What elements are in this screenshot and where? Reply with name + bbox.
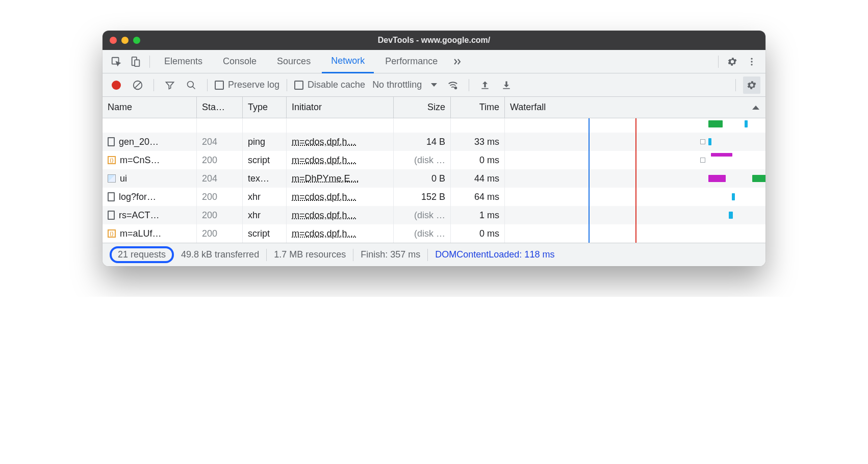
cell-waterfall bbox=[505, 151, 765, 169]
col-time[interactable]: Time bbox=[451, 97, 505, 118]
tab-performance[interactable]: Performance bbox=[376, 50, 447, 73]
load-marker bbox=[635, 188, 636, 206]
cell-time: 1 ms bbox=[451, 206, 505, 224]
load-marker bbox=[635, 169, 636, 188]
inspect-element-icon[interactable] bbox=[108, 53, 125, 70]
status-resources: 1.7 MB resources bbox=[267, 249, 353, 260]
initiator-link[interactable]: m=DhPYme,E… bbox=[292, 173, 360, 184]
load-marker bbox=[635, 151, 636, 169]
cell-type: script bbox=[243, 151, 287, 169]
minimize-window-button[interactable] bbox=[121, 37, 129, 44]
initiator-link[interactable]: m=cdos,dpf,h… bbox=[292, 228, 356, 239]
svg-rect-11 bbox=[482, 88, 489, 89]
waterfall-segment bbox=[732, 193, 735, 200]
cell-name: gen_20… bbox=[103, 133, 197, 151]
col-size[interactable]: Size bbox=[394, 97, 451, 118]
preserve-log-label: Preserve log bbox=[228, 80, 279, 90]
cell-initiator: m=cdos,dpf,h… bbox=[287, 206, 394, 224]
col-name[interactable]: Name bbox=[103, 97, 197, 118]
initiator-link[interactable]: m=cdos,dpf,h… bbox=[292, 137, 356, 147]
svg-point-10 bbox=[454, 86, 457, 89]
throttling-select[interactable]: No throttling bbox=[369, 80, 440, 90]
table-row[interactable]: ⟨⟩m=aLUf…200scriptm=cdos,dpf,h…(disk …0 … bbox=[103, 224, 765, 243]
tab-network[interactable]: Network bbox=[322, 50, 374, 73]
waterfall-segment bbox=[711, 153, 732, 157]
waterfall-segment bbox=[708, 138, 711, 145]
cell-type: script bbox=[243, 224, 287, 243]
svg-point-5 bbox=[751, 64, 752, 65]
table-row[interactable]: rs=ACT…200xhrm=cdos,dpf,h…(disk …1 ms bbox=[103, 206, 765, 224]
tabs-overflow-icon[interactable] bbox=[449, 53, 466, 70]
initiator-link[interactable]: m=cdos,dpf,h… bbox=[292, 210, 356, 221]
filter-icon[interactable] bbox=[161, 76, 178, 94]
cell-size: 14 B bbox=[394, 133, 451, 151]
status-finish: Finish: 357 ms bbox=[353, 249, 427, 260]
load-marker bbox=[635, 224, 636, 243]
record-button[interactable] bbox=[108, 76, 125, 94]
svg-point-4 bbox=[751, 61, 752, 62]
cell-time: 64 ms bbox=[451, 188, 505, 206]
cell-initiator: m=cdos,dpf,h… bbox=[287, 133, 394, 151]
kebab-menu-icon[interactable] bbox=[743, 53, 760, 70]
cell-time: 0 ms bbox=[451, 224, 505, 243]
status-requests: 21 requests bbox=[110, 246, 174, 263]
cell-name: rs=ACT… bbox=[103, 206, 197, 224]
search-icon[interactable] bbox=[183, 76, 200, 94]
initiator-link[interactable]: m=cdos,dpf,h… bbox=[292, 192, 356, 202]
table-row[interactable]: log?for…200xhrm=cdos,dpf,h…152 B64 ms bbox=[103, 188, 765, 206]
requests-table: Name Sta… Type Initiator Size Time Water… bbox=[103, 97, 765, 243]
domcontentloaded-marker bbox=[589, 224, 590, 243]
divider bbox=[469, 79, 469, 91]
cell-waterfall bbox=[505, 169, 765, 188]
close-window-button[interactable] bbox=[110, 37, 117, 44]
titlebar: DevTools - www.google.com/ bbox=[103, 31, 765, 50]
domcontentloaded-marker bbox=[589, 206, 590, 224]
cell-time: 44 ms bbox=[451, 169, 505, 188]
load-marker bbox=[635, 133, 636, 151]
request-name: m=CnS… bbox=[120, 155, 160, 166]
divider bbox=[149, 56, 150, 68]
divider bbox=[154, 79, 154, 91]
col-initiator[interactable]: Initiator bbox=[287, 97, 394, 118]
tab-console[interactable]: Console bbox=[214, 50, 266, 73]
cell-initiator: m=cdos,dpf,h… bbox=[287, 224, 394, 243]
svg-point-8 bbox=[188, 81, 194, 87]
status-domcontentloaded: DOMContentLoaded: 118 ms bbox=[428, 249, 561, 260]
cell-initiator: m=cdos,dpf,h… bbox=[287, 188, 394, 206]
window-title: DevTools - www.google.com/ bbox=[103, 36, 765, 45]
request-name: ui bbox=[120, 173, 127, 184]
status-transferred: 49.8 kB transferred bbox=[174, 249, 266, 260]
cell-waterfall bbox=[505, 224, 765, 243]
tab-elements[interactable]: Elements bbox=[155, 50, 212, 73]
table-header: Name Sta… Type Initiator Size Time Water… bbox=[103, 97, 765, 118]
svg-line-7 bbox=[135, 82, 141, 88]
request-name: rs=ACT… bbox=[119, 210, 160, 221]
cell-status: 200 bbox=[197, 224, 243, 243]
waterfall-segment bbox=[708, 175, 726, 182]
preserve-log-checkbox[interactable]: Preserve log bbox=[215, 80, 279, 90]
table-row[interactable]: gen_20…204pingm=cdos,dpf,h…14 B33 ms bbox=[103, 133, 765, 151]
device-toolbar-icon[interactable] bbox=[127, 53, 144, 70]
network-settings-gear-icon[interactable] bbox=[743, 76, 760, 94]
divider bbox=[207, 79, 208, 91]
sort-indicator-icon bbox=[752, 106, 759, 110]
table-row[interactable]: ⟨⟩m=CnS…200scriptm=cdos,dpf,h…(disk …0 m… bbox=[103, 151, 765, 169]
waterfall-handle bbox=[700, 158, 705, 163]
table-body: gen_20…204pingm=cdos,dpf,h…14 B33 ms⟨⟩m=… bbox=[103, 118, 765, 243]
table-row[interactable]: ui204tex…m=DhPYme,E…0 B44 ms bbox=[103, 169, 765, 188]
col-type[interactable]: Type bbox=[243, 97, 287, 118]
settings-gear-icon[interactable] bbox=[724, 53, 741, 70]
tab-sources[interactable]: Sources bbox=[268, 50, 320, 73]
request-name: m=aLUf… bbox=[120, 228, 162, 239]
clear-icon[interactable] bbox=[129, 76, 146, 94]
col-waterfall[interactable]: Waterfall bbox=[505, 97, 765, 118]
upload-har-icon[interactable] bbox=[476, 76, 494, 94]
waterfall-segment bbox=[729, 212, 733, 219]
cell-type: xhr bbox=[243, 206, 287, 224]
col-status[interactable]: Sta… bbox=[197, 97, 243, 118]
network-conditions-icon[interactable] bbox=[444, 76, 462, 94]
initiator-link[interactable]: m=cdos,dpf,h… bbox=[292, 155, 356, 166]
download-har-icon[interactable] bbox=[498, 76, 515, 94]
maximize-window-button[interactable] bbox=[133, 37, 140, 44]
disable-cache-checkbox[interactable]: Disable cache bbox=[294, 80, 365, 90]
